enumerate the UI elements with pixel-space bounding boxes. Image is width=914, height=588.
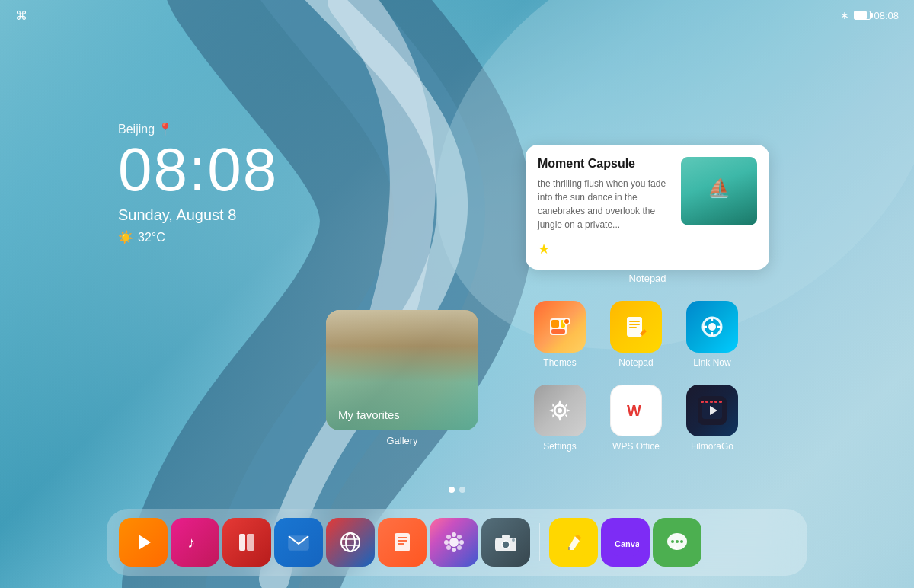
svg-rect-11 <box>629 327 637 328</box>
clock-widget: Beijing 📍 08:08 Sunday, August 8 ☀️ 32°C <box>118 122 278 244</box>
svg-point-62 <box>671 540 674 543</box>
svg-rect-26 <box>705 401 708 403</box>
status-bar: ⌘ ∗ 08:08 <box>0 0 914 30</box>
dock-item-video[interactable] <box>119 518 168 567</box>
svg-rect-32 <box>239 534 245 551</box>
app-item-notepad[interactable]: Notepad <box>602 301 670 377</box>
gallery-folder-box[interactable]: My favorites <box>326 310 478 430</box>
weather-display: ☀️ 32°C <box>118 230 278 244</box>
dock-item-browser[interactable] <box>326 518 375 567</box>
svg-rect-10 <box>629 324 640 325</box>
app-grid: Themes Notepad Link Now <box>526 301 746 461</box>
status-time: 08:08 <box>874 10 899 21</box>
svg-point-64 <box>680 540 683 543</box>
svg-point-50 <box>446 545 451 550</box>
svg-rect-28 <box>714 401 717 403</box>
app-item-settings[interactable]: Settings <box>526 385 594 461</box>
dock-item-memo[interactable] <box>378 518 427 567</box>
svg-point-51 <box>457 545 462 550</box>
temperature: 32°C <box>138 231 165 244</box>
city-name: Beijing <box>118 123 155 136</box>
svg-rect-5 <box>551 329 565 334</box>
bluetooth-icon: ∗ <box>840 9 849 21</box>
capsule-title: Moment Capsule <box>538 157 672 171</box>
svg-point-46 <box>444 540 449 545</box>
dock-item-camera[interactable] <box>481 518 530 567</box>
main-time: 08:08 <box>118 139 278 200</box>
filmora-label: FilmoraGo <box>691 441 733 452</box>
settings-icon <box>534 385 586 436</box>
svg-point-63 <box>676 540 679 543</box>
moment-capsule-widget[interactable]: Moment Capsule the thrilling flush when … <box>526 145 769 270</box>
dock-item-books[interactable] <box>222 518 271 567</box>
svg-point-45 <box>452 548 456 552</box>
svg-point-49 <box>457 535 462 539</box>
app-item-themes[interactable]: Themes <box>526 301 594 377</box>
svg-point-43 <box>449 538 459 547</box>
capsule-image <box>681 157 757 225</box>
svg-point-44 <box>452 532 456 537</box>
notepad-widget-label: Notepad <box>526 273 769 284</box>
dock-item-mail[interactable] <box>274 518 323 567</box>
gallery-folder[interactable]: My favorites Gallery <box>326 310 478 446</box>
battery-indicator: 08:08 <box>854 10 899 21</box>
dock: ♪ <box>107 509 807 576</box>
svg-point-48 <box>446 535 451 539</box>
svg-rect-27 <box>710 401 713 403</box>
svg-point-7 <box>564 319 569 324</box>
settings-label: Settings <box>543 441 576 452</box>
svg-point-55 <box>512 538 515 542</box>
battery-icon <box>854 11 871 20</box>
app-item-filmora[interactable]: FilmoraGo <box>678 385 746 461</box>
svg-point-19 <box>558 408 562 413</box>
linknow-label: Link Now <box>693 357 730 368</box>
dock-item-pen[interactable] <box>549 518 598 567</box>
svg-text:W: W <box>627 402 641 419</box>
capsule-content: Moment Capsule the thrilling flush when … <box>538 157 672 257</box>
svg-rect-33 <box>247 534 254 551</box>
status-left: ⌘ <box>15 8 27 23</box>
wave-overlay <box>0 0 914 588</box>
svg-rect-54 <box>502 535 510 538</box>
svg-rect-25 <box>701 401 704 403</box>
gallery-app-label: Gallery <box>386 435 417 446</box>
linknow-icon <box>686 301 738 353</box>
weather-icon: ☀️ <box>118 230 133 244</box>
svg-point-36 <box>346 533 355 551</box>
themes-icon <box>534 301 586 353</box>
svg-point-47 <box>459 540 464 545</box>
svg-rect-29 <box>719 401 722 403</box>
wps-label: WPS Office <box>612 441 660 452</box>
page-indicators <box>449 487 465 493</box>
page-dot-2[interactable] <box>459 487 465 493</box>
svg-rect-39 <box>395 533 410 551</box>
capsule-text: the thrilling flush when you fade into t… <box>538 177 672 232</box>
dock-item-messages[interactable] <box>653 518 701 567</box>
svg-point-35 <box>341 533 360 551</box>
wifi-icon: ⌘ <box>15 8 27 23</box>
svg-text:♪: ♪ <box>187 534 195 551</box>
app-item-wps[interactable]: W WPS Office <box>602 385 670 461</box>
page-dot-1[interactable] <box>449 487 455 493</box>
wps-icon: W <box>610 385 662 436</box>
dock-divider <box>539 523 540 561</box>
date-display: Sunday, August 8 <box>118 206 278 224</box>
notepad-label: Notepad <box>618 357 653 368</box>
svg-rect-3 <box>551 320 559 328</box>
dock-item-canva[interactable]: Canva <box>601 518 650 567</box>
svg-point-53 <box>502 541 510 548</box>
filmora-icon <box>686 385 738 436</box>
location-icon: 📍 <box>158 122 173 136</box>
status-right: ∗ 08:08 <box>840 9 899 21</box>
dock-item-music[interactable]: ♪ <box>171 518 219 567</box>
dock-item-photos[interactable] <box>430 518 478 567</box>
svg-marker-30 <box>139 535 151 550</box>
gallery-folder-name: My favorites <box>338 408 400 421</box>
city-label: Beijing 📍 <box>118 122 278 136</box>
svg-text:Canva: Canva <box>615 539 639 548</box>
app-item-linknow[interactable]: Link Now <box>678 301 746 377</box>
svg-rect-9 <box>629 321 640 322</box>
capsule-star: ★ <box>538 241 672 257</box>
notepad-icon <box>610 301 662 353</box>
themes-label: Themes <box>543 357 576 368</box>
